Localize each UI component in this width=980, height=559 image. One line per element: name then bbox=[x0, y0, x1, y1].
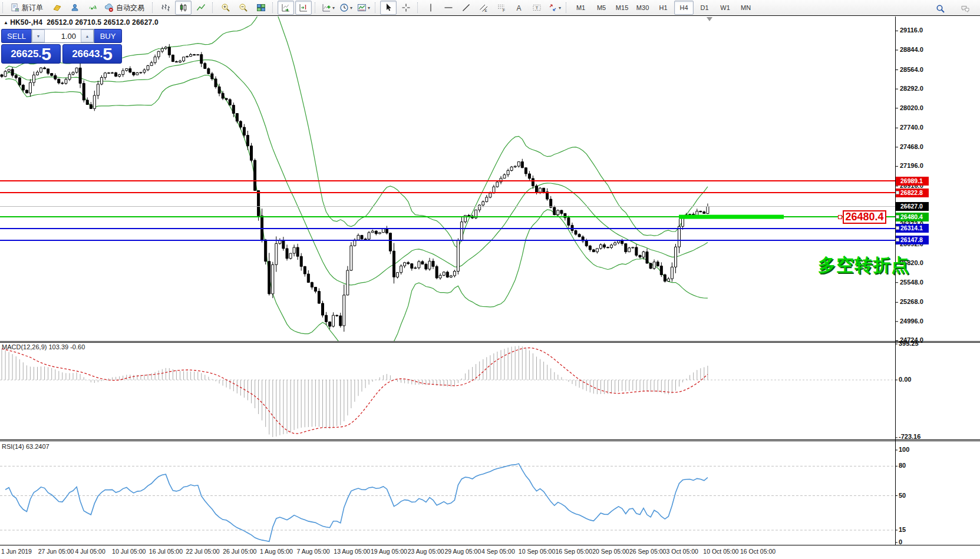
tf-w1-button[interactable]: W1 bbox=[715, 1, 735, 15]
profile-icon bbox=[52, 3, 62, 12]
equidistant-channel-button[interactable]: E bbox=[476, 1, 492, 15]
time-axis-label: 16 Sep 05:00 bbox=[556, 548, 592, 555]
tf-m30-label: M30 bbox=[636, 4, 649, 11]
line-chart-button[interactable] bbox=[193, 1, 209, 15]
line-select-handle[interactable] bbox=[896, 215, 899, 219]
auto-trading-button[interactable]: 自动交易 bbox=[102, 1, 149, 15]
auto-trading-label: 自动交易 bbox=[116, 3, 144, 13]
sell-button[interactable]: SELL bbox=[1, 29, 31, 43]
current-price-tag[interactable]: 26627.0 bbox=[896, 202, 929, 211]
chart-shift-button[interactable] bbox=[295, 1, 312, 15]
volume-input[interactable]: 1.00 bbox=[45, 29, 81, 42]
price-level-label-box[interactable]: 26480.4 bbox=[843, 210, 886, 224]
volume-increase-button[interactable]: ▲ bbox=[81, 29, 94, 42]
tf-m5-button[interactable]: M5 bbox=[592, 1, 611, 15]
arrow-objects-button[interactable]: ▾ bbox=[546, 1, 563, 15]
tf-h4-button[interactable]: H4 bbox=[674, 1, 694, 15]
buy-price-button[interactable]: 26643.5 bbox=[62, 44, 122, 64]
trading-terminal-window: 新订单自动交易▾▾▾EFAT▾M1M5M15M30H1H4D1W1MN ▲HK5… bbox=[0, 0, 980, 559]
hline-price-tag[interactable]: 26822.8 bbox=[896, 188, 929, 197]
periods-button[interactable]: ▾ bbox=[338, 1, 354, 15]
line-select-handle[interactable] bbox=[896, 226, 899, 230]
text-label-button[interactable]: T bbox=[529, 1, 545, 15]
trendline-button[interactable] bbox=[458, 1, 474, 15]
tile-windows-icon bbox=[256, 3, 266, 12]
toolbar-grip[interactable] bbox=[212, 2, 215, 13]
crosshair-button[interactable] bbox=[398, 1, 414, 15]
tf-d1-button[interactable]: D1 bbox=[695, 1, 714, 15]
symbol-triangle-icon: ▲ bbox=[4, 20, 8, 25]
buy-button[interactable]: BUY bbox=[94, 29, 122, 43]
toolbar-grip[interactable] bbox=[417, 2, 420, 13]
volume-decrease-button[interactable]: ▼ bbox=[32, 29, 45, 42]
time-axis-label: 10 Jul 05:00 bbox=[112, 548, 146, 555]
tf-h1-button[interactable]: H1 bbox=[654, 1, 673, 15]
bull-bear-turning-point-annotation: 多空转折点 bbox=[818, 253, 909, 277]
auto-scroll-button[interactable] bbox=[278, 1, 294, 15]
hline-price-tag[interactable]: 26147.8 bbox=[896, 236, 929, 244]
tf-w1-label: W1 bbox=[720, 4, 730, 11]
buy-price-fraction: 5 bbox=[103, 45, 113, 63]
bar-chart-button[interactable] bbox=[157, 1, 174, 15]
zoom-in-button[interactable] bbox=[217, 1, 234, 15]
price-level-anchor-handle[interactable] bbox=[838, 215, 842, 219]
chat-button[interactable] bbox=[957, 2, 974, 16]
candlestick-chart-button[interactable] bbox=[175, 1, 192, 15]
line-select-handle[interactable] bbox=[896, 191, 899, 194]
price-tick-label: 28292.0 bbox=[900, 85, 923, 92]
macd-indicator-label: MACD(12,26,9) 103.39 -0.60 bbox=[2, 343, 85, 350]
tf-m15-button[interactable]: M15 bbox=[612, 1, 632, 15]
main-toolbar: 新订单自动交易▾▾▾EFAT▾M1M5M15M30H1H4D1W1MN bbox=[0, 0, 980, 16]
vertical-line-button[interactable] bbox=[423, 1, 439, 15]
indicators-button[interactable]: ▾ bbox=[320, 1, 336, 15]
price-chart-canvas[interactable] bbox=[0, 0, 980, 559]
rsi-indicator-label: RSI(14) 63.2407 bbox=[2, 443, 50, 450]
zoom-out-button[interactable] bbox=[235, 1, 252, 15]
search-button[interactable] bbox=[932, 2, 949, 16]
sell-price-button[interactable]: 26625.5 bbox=[1, 44, 61, 64]
price-tick-label: 28844.0 bbox=[900, 46, 923, 53]
signals-button[interactable] bbox=[84, 1, 101, 15]
rsi-scale-label: 100 bbox=[899, 446, 909, 453]
toolbar-grip[interactable] bbox=[272, 2, 275, 13]
price-tick-label: 27468.0 bbox=[900, 143, 923, 150]
buy-price-main: 26643 bbox=[72, 48, 100, 63]
hline-price-tag[interactable]: 26989.1 bbox=[896, 177, 929, 186]
toolbar-grip[interactable] bbox=[566, 2, 569, 13]
fibonacci-icon: F bbox=[497, 3, 506, 12]
text-button[interactable]: A bbox=[511, 1, 527, 15]
tile-windows-button[interactable] bbox=[253, 1, 269, 15]
tf-h4-label: H4 bbox=[680, 4, 688, 11]
price-tick-label: 29116.0 bbox=[900, 27, 923, 34]
hline-price-tag[interactable]: 26314.1 bbox=[896, 224, 929, 233]
toolbar-grip[interactable] bbox=[315, 2, 318, 13]
tf-m1-button[interactable]: M1 bbox=[571, 1, 590, 15]
chart-shift-marker-icon[interactable] bbox=[707, 17, 712, 21]
price-tick-label: 27196.0 bbox=[900, 162, 923, 169]
price-tick-label: 24996.0 bbox=[900, 317, 923, 325]
tf-mn-button[interactable]: MN bbox=[736, 1, 755, 15]
price-tick-label: 28564.0 bbox=[900, 66, 923, 73]
cursor-button[interactable] bbox=[380, 1, 397, 15]
sell-price-fraction: 5 bbox=[41, 45, 51, 63]
toolbar-grip[interactable] bbox=[152, 2, 155, 13]
template-icon bbox=[357, 3, 367, 12]
new-order-button[interactable]: 新订单 bbox=[8, 1, 48, 15]
profiles-button[interactable] bbox=[49, 1, 65, 15]
horizontal-line-button[interactable] bbox=[440, 1, 457, 15]
candlestick-icon bbox=[179, 3, 188, 12]
templates-button[interactable]: ▾ bbox=[355, 1, 372, 15]
toolbar-grip[interactable] bbox=[375, 2, 378, 13]
time-axis-label: 22 Jul 05:00 bbox=[186, 548, 220, 555]
autotrade-icon bbox=[104, 3, 114, 12]
volume-box: ▼ 1.00 ▲ bbox=[31, 29, 94, 43]
line-select-handle[interactable] bbox=[896, 238, 899, 242]
fibonacci-button[interactable]: F bbox=[493, 1, 510, 15]
time-axis-label: 27 Jun 05:00 bbox=[38, 548, 74, 555]
clock-icon bbox=[339, 3, 349, 12]
community-button[interactable] bbox=[67, 1, 83, 15]
hline-price-tag[interactable]: 26480.4 bbox=[896, 213, 929, 221]
tf-m30-button[interactable]: M30 bbox=[633, 1, 652, 15]
toolbar-grip[interactable] bbox=[2, 2, 5, 13]
time-axis-label: 10 Sep 05:00 bbox=[519, 548, 555, 555]
